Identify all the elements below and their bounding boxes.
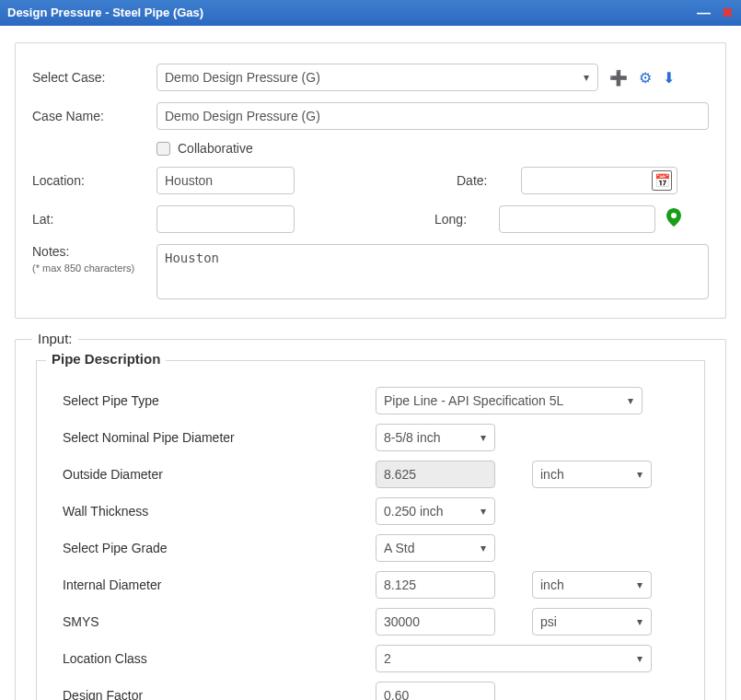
internal-diameter-input[interactable] <box>376 571 495 599</box>
minimize-icon[interactable]: — <box>697 0 711 26</box>
lat-input[interactable] <box>156 205 295 233</box>
pipe-grade-select[interactable]: A Std <box>376 534 495 562</box>
pipe-type-label: Select Pipe Type <box>63 393 376 408</box>
date-label: Date: <box>457 173 521 188</box>
outside-diameter-label: Outside Diameter <box>63 467 376 482</box>
pipe-type-select[interactable]: Pipe Line - API Specification 5L <box>376 387 643 414</box>
input-fieldset: Input: Pipe Description Select Pipe Type… <box>15 339 726 700</box>
location-class-select[interactable]: 2 <box>376 645 652 672</box>
collaborative-label: Collaborative <box>178 141 253 156</box>
wall-thickness-select[interactable]: 0.250 inch <box>376 497 495 525</box>
long-label: Long: <box>434 212 499 227</box>
internal-diameter-unit-select[interactable]: inch <box>532 571 652 599</box>
long-input[interactable] <box>499 205 655 233</box>
input-legend: Input: <box>32 331 78 346</box>
case-panel: Select Case: Demo Design Pressure (G) ➕ … <box>15 42 726 319</box>
design-factor-input[interactable] <box>376 682 495 700</box>
download-icon[interactable]: ⬇ <box>663 69 675 87</box>
nominal-diameter-select[interactable]: 8-5/8 inch <box>376 424 495 451</box>
notes-label: Notes: <box>32 244 156 259</box>
close-icon[interactable]: ✖ <box>722 0 734 26</box>
date-input[interactable] <box>521 167 677 194</box>
notes-hint: (* max 850 characters) <box>32 262 156 274</box>
pipe-grade-label: Select Pipe Grade <box>63 541 376 555</box>
smys-label: SMYS <box>63 614 376 629</box>
location-label: Location: <box>32 173 156 188</box>
map-marker-icon[interactable] <box>666 208 681 231</box>
smys-input[interactable] <box>376 608 495 636</box>
titlebar-actions: — ✖ <box>697 0 734 26</box>
internal-diameter-label: Internal Diameter <box>63 578 376 592</box>
case-name-label: Case Name: <box>32 109 156 123</box>
window-title: Design Pressure - Steel Pipe (Gas) <box>7 0 203 26</box>
titlebar: Design Pressure - Steel Pipe (Gas) — ✖ <box>0 0 741 26</box>
design-factor-label: Design Factor <box>63 688 376 700</box>
select-case-label: Select Case: <box>32 70 156 85</box>
select-case-dropdown[interactable]: Demo Design Pressure (G) <box>156 64 598 91</box>
case-toolbar: ➕ ⚙ ⬇ <box>609 69 675 87</box>
gear-icon[interactable]: ⚙ <box>639 69 652 87</box>
outside-diameter-unit-select[interactable]: inch <box>532 461 652 488</box>
collaborative-checkbox[interactable] <box>156 142 170 156</box>
location-class-label: Location Class <box>63 651 376 666</box>
case-name-input[interactable] <box>156 102 709 130</box>
location-input[interactable] <box>156 167 295 194</box>
nominal-diameter-label: Select Nominal Pipe Diameter <box>63 430 376 445</box>
notes-textarea[interactable] <box>156 244 709 299</box>
smys-unit-select[interactable]: psi <box>532 608 652 636</box>
pipe-description-fieldset: Pipe Description Select Pipe Type Pipe L… <box>36 360 705 700</box>
add-icon[interactable]: ➕ <box>609 69 628 87</box>
lat-label: Lat: <box>32 212 156 227</box>
wall-thickness-label: Wall Thickness <box>63 504 376 519</box>
pipe-description-legend: Pipe Description <box>46 351 166 367</box>
outside-diameter-input <box>376 461 495 488</box>
